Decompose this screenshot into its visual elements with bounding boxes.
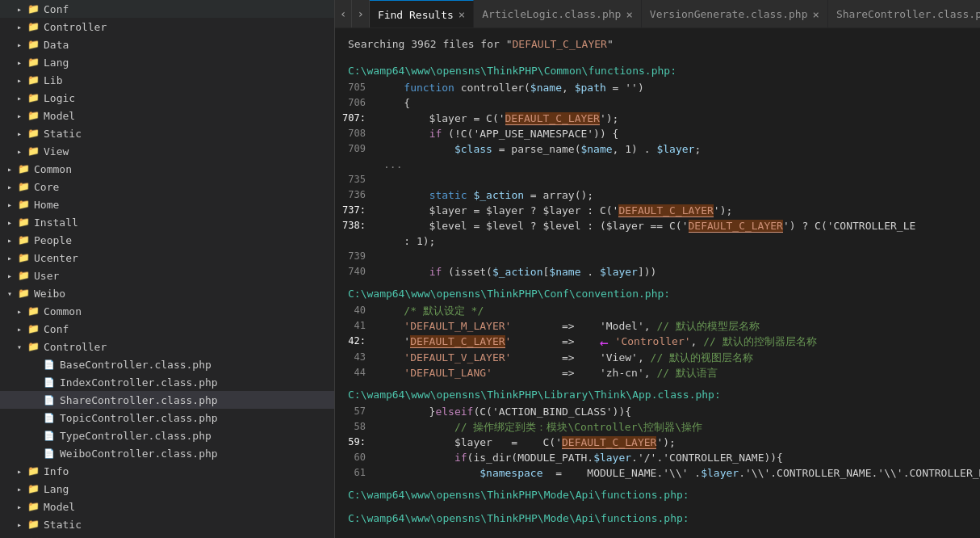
code-text: }elseif(C('ACTION_BIND_CLASS')){: [375, 404, 631, 419]
folder-icon: 📁: [26, 110, 40, 121]
folder-icon: 📁: [16, 199, 31, 210]
tab-nav-next[interactable]: ›: [352, 0, 369, 27]
sidebar-item-ucenter[interactable]: ▸📁Ucenter: [0, 249, 334, 267]
sidebar-item-weibocontroller[interactable]: 📄WeiboController.class.php: [0, 444, 334, 462]
data-arrow: ▸: [13, 40, 26, 49]
code-block: 57 }elseif(C('ACTION_BIND_CLASS')){58 //…: [335, 404, 980, 481]
tab-sharecontroller[interactable]: ShareController.class.php×: [828, 0, 980, 28]
tree-item-label: BaseController.class.php: [60, 359, 211, 371]
code-block: 705 function controller($name, $path = '…: [335, 80, 980, 280]
sidebar-item-user[interactable]: ▸📁User: [0, 267, 334, 284]
sidebar-item-basecontroller[interactable]: 📄BaseController.class.php: [0, 355, 334, 373]
sidebar-item-weibo-common[interactable]: ▸📁Common: [0, 302, 334, 320]
code-line: 59: $layer = C('DEFAULT_C_LAYER');: [335, 435, 980, 450]
sidebar-item-topiccontroller[interactable]: 📄TopicController.class.php: [0, 409, 334, 427]
sidebar-item-weibo-static[interactable]: ▸📁Static: [0, 515, 334, 533]
file-icon: 📄: [42, 377, 57, 388]
code-text: // 操作绑定到类：模块\Controller\控制器\操作: [375, 419, 702, 435]
sidebar-item-common[interactable]: ▸📁Common: [0, 160, 334, 178]
code-line: 739: [335, 249, 980, 264]
folder-icon: 📁: [26, 465, 40, 477]
highlight: DEFAULT_C_LAYER: [505, 112, 600, 125]
sidebar-item-static[interactable]: ▸📁Static: [0, 124, 334, 142]
code-line: 61 $namespace = MODULE_NAME.'\\' .$layer…: [335, 465, 980, 481]
sidebar-item-indexcontroller[interactable]: 📄IndexController.class.php: [0, 373, 334, 391]
folder-icon: 📁: [16, 163, 31, 174]
code-text: if(is_dir(MODULE_PATH.$layer.'/'.'CONTRO…: [375, 450, 783, 465]
weibo-conf-arrow: ▸: [13, 325, 26, 334]
line-number: 737:: [335, 203, 375, 218]
sidebar-item-controller[interactable]: ▸📁Controller: [0, 18, 334, 36]
tree-item-label: WeiboController.class.php: [60, 448, 218, 460]
conf-arrow: ▸: [13, 5, 26, 14]
code-text: function controller($name, $path = ''): [375, 80, 644, 95]
line-number: 738:: [335, 218, 375, 233]
weibo-common-arrow: ▸: [13, 307, 26, 316]
sidebar-item-weibo-lang[interactable]: ▸📁Lang: [0, 480, 334, 498]
tab-nav-prev[interactable]: ‹: [335, 0, 352, 27]
line-number: 44: [335, 365, 375, 380]
code-text: if (!C('APP_USE_NAMESPACE')) {: [375, 126, 618, 141]
sidebar-item-lib[interactable]: ▸📁Lib: [0, 71, 334, 89]
tab-close-btn[interactable]: ×: [459, 9, 465, 20]
line-number: 57: [335, 404, 375, 419]
code-line: 44 'DEFAULT_LANG' => 'zh-cn', // 默认语言: [335, 365, 980, 380]
tab-find-results[interactable]: Find Results×: [370, 0, 474, 28]
ucenter-arrow: ▸: [3, 254, 16, 263]
line-number: 735: [335, 172, 375, 187]
file-icon: 📄: [42, 395, 57, 406]
file-path: C:\wamp64\www\opensns\ThinkPHP\Library\T…: [335, 380, 980, 404]
sidebar-item-weibo-controller[interactable]: ▾📁Controller: [0, 338, 334, 355]
highlight: DEFAULT_C_LAYER: [410, 335, 505, 348]
code-text: 'DEFAULT_V_LAYER' => 'View', // 默认的视图层名称: [375, 350, 753, 365]
folder-icon: 📁: [26, 57, 40, 68]
code-line: 707: $layer = C('DEFAULT_C_LAYER');: [335, 111, 980, 126]
sidebar-item-sharecontroller[interactable]: 📄ShareController.class.php: [0, 391, 334, 409]
sidebar-item-logic[interactable]: ▸📁Logic: [0, 89, 334, 107]
folder-icon: 📁: [26, 341, 40, 352]
folder-icon: 📁: [26, 323, 40, 334]
tree-item-label: Common: [44, 305, 82, 317]
tab-close-btn[interactable]: ×: [813, 9, 819, 20]
weibo-lang-arrow: ▸: [13, 485, 26, 494]
sidebar-item-home[interactable]: ▸📁Home: [0, 195, 334, 213]
sidebar-item-core[interactable]: ▸📁Core: [0, 178, 334, 195]
highlight: DEFAULT_C_LAYER: [618, 204, 713, 217]
sidebar-item-typecontroller[interactable]: 📄TypeController.class.php: [0, 427, 334, 444]
tab-label: ArticleLogic.class.php: [482, 8, 621, 20]
line-number: 736: [335, 187, 375, 203]
folder-icon: 📁: [26, 39, 40, 50]
weibo-model-arrow: ▸: [13, 502, 26, 511]
tab-label: VersionGenerate.class.php: [650, 8, 808, 20]
sidebar-item-people[interactable]: ▸📁People: [0, 231, 334, 249]
sidebar-item-weibo[interactable]: ▾📁Weibo: [0, 284, 334, 302]
file-tree[interactable]: ▸📁Conf▸📁Controller▸📁Data▸📁Lang▸📁Lib▸📁Log…: [0, 0, 335, 538]
sidebar-item-data[interactable]: ▸📁Data: [0, 36, 334, 53]
code-text: : 1);: [375, 233, 435, 249]
sidebar-item-lang[interactable]: ▸📁Lang: [0, 53, 334, 71]
tree-item-label: Lang: [44, 57, 69, 69]
tree-item-label: IndexController.class.php: [60, 376, 218, 389]
tab-articlelogic[interactable]: ArticleLogic.class.php×: [474, 0, 642, 28]
sidebar-item-model[interactable]: ▸📁Model: [0, 107, 334, 124]
tab-close-btn[interactable]: ×: [626, 9, 632, 20]
sidebar-item-install[interactable]: ▸📁Install: [0, 213, 334, 231]
sidebar-item-weibo-conf[interactable]: ▸📁Conf: [0, 320, 334, 338]
common-arrow: ▸: [3, 165, 16, 174]
line-number: 40: [335, 303, 375, 318]
sidebar-item-conf[interactable]: ▸📁Conf: [0, 0, 334, 18]
tree-item-label: Conf: [44, 323, 69, 335]
sidebar-item-view[interactable]: ▸📁View: [0, 142, 334, 160]
sidebar-item-weibo-view[interactable]: ▸📁View: [0, 533, 334, 538]
tree-item-label: Common: [34, 163, 72, 175]
lang-arrow: ▸: [13, 58, 26, 67]
tree-item-label: Ucenter: [34, 252, 78, 264]
tree-item-label: Core: [34, 181, 59, 193]
comma: ,: [691, 335, 704, 347]
tree-item-label: Controller: [44, 21, 107, 33]
file-path: C:\wamp64\www\opensns\ThinkPHP\Common\fu…: [335, 57, 980, 80]
code-text: $namespace = MODULE_NAME.'\\' .$layer.'\…: [375, 465, 980, 481]
tab-versiongenerate[interactable]: VersionGenerate.class.php×: [642, 0, 828, 28]
sidebar-item-weibo-model[interactable]: ▸📁Model: [0, 498, 334, 515]
sidebar-item-weibo-info[interactable]: ▸📁Info: [0, 462, 334, 480]
